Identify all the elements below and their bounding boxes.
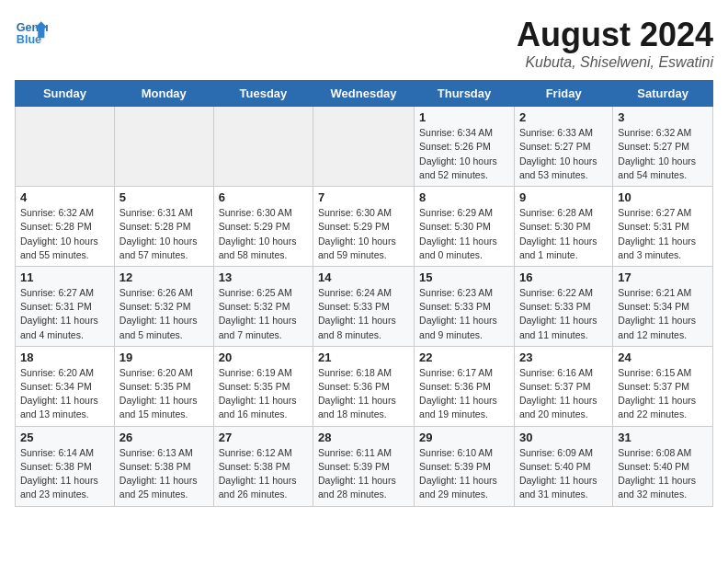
- weekday-header-sunday: Sunday: [16, 81, 115, 107]
- day-number: 31: [618, 431, 708, 444]
- calendar-cell: 3Sunrise: 6:32 AM Sunset: 5:27 PM Daylig…: [613, 107, 713, 187]
- calendar-cell: 29Sunrise: 6:10 AM Sunset: 5:39 PM Dayli…: [415, 426, 515, 506]
- calendar-cell: 17Sunrise: 6:21 AM Sunset: 5:34 PM Dayli…: [613, 266, 713, 346]
- day-info: Sunrise: 6:27 AM Sunset: 5:31 PM Dayligh…: [20, 286, 109, 342]
- day-info: Sunrise: 6:31 AM Sunset: 5:28 PM Dayligh…: [119, 206, 209, 262]
- day-number: 28: [318, 431, 409, 444]
- subtitle: Kubuta, Shiselweni, Eswatini: [517, 54, 713, 71]
- calendar-cell: 15Sunrise: 6:23 AM Sunset: 5:33 PM Dayli…: [415, 266, 515, 346]
- calendar-cell: [114, 107, 213, 187]
- day-number: 23: [519, 350, 608, 364]
- day-number: 22: [419, 350, 509, 364]
- day-number: 30: [519, 431, 608, 444]
- day-number: 15: [419, 270, 509, 284]
- day-number: 5: [119, 190, 209, 204]
- calendar-cell: 13Sunrise: 6:25 AM Sunset: 5:32 PM Dayli…: [213, 266, 313, 346]
- day-info: Sunrise: 6:13 AM Sunset: 5:38 PM Dayligh…: [119, 446, 209, 502]
- weekday-header-saturday: Saturday: [613, 81, 713, 107]
- day-info: Sunrise: 6:09 AM Sunset: 5:40 PM Dayligh…: [519, 446, 608, 502]
- calendar-cell: 4Sunrise: 6:32 AM Sunset: 5:28 PM Daylig…: [16, 187, 115, 267]
- day-number: 21: [318, 350, 409, 364]
- day-info: Sunrise: 6:24 AM Sunset: 5:33 PM Dayligh…: [318, 286, 409, 342]
- calendar-cell: 6Sunrise: 6:30 AM Sunset: 5:29 PM Daylig…: [213, 187, 313, 267]
- day-info: Sunrise: 6:20 AM Sunset: 5:35 PM Dayligh…: [119, 366, 209, 422]
- weekday-header-friday: Friday: [514, 81, 612, 107]
- calendar-cell: 1Sunrise: 6:34 AM Sunset: 5:26 PM Daylig…: [415, 107, 515, 187]
- day-number: 20: [219, 350, 308, 364]
- calendar-cell: 16Sunrise: 6:22 AM Sunset: 5:33 PM Dayli…: [514, 266, 612, 346]
- day-number: 16: [519, 270, 608, 284]
- day-number: 10: [618, 190, 708, 204]
- day-info: Sunrise: 6:32 AM Sunset: 5:27 PM Dayligh…: [618, 126, 708, 182]
- calendar-cell: 8Sunrise: 6:29 AM Sunset: 5:30 PM Daylig…: [415, 187, 515, 267]
- calendar-cell: 9Sunrise: 6:28 AM Sunset: 5:30 PM Daylig…: [514, 187, 612, 267]
- calendar-cell: 10Sunrise: 6:27 AM Sunset: 5:31 PM Dayli…: [613, 187, 713, 267]
- weekday-header-thursday: Thursday: [415, 81, 515, 107]
- day-number: 12: [119, 270, 209, 284]
- calendar-cell: [16, 107, 115, 187]
- calendar-cell: 18Sunrise: 6:20 AM Sunset: 5:34 PM Dayli…: [16, 346, 115, 426]
- weekday-header-monday: Monday: [114, 81, 213, 107]
- day-number: 8: [419, 190, 509, 204]
- calendar-cell: 30Sunrise: 6:09 AM Sunset: 5:40 PM Dayli…: [514, 426, 612, 506]
- day-number: 26: [119, 431, 209, 444]
- day-number: 11: [20, 270, 109, 284]
- day-number: 17: [618, 270, 708, 284]
- day-info: Sunrise: 6:14 AM Sunset: 5:38 PM Dayligh…: [20, 446, 109, 502]
- main-title: August 2024: [517, 15, 713, 54]
- calendar-cell: 12Sunrise: 6:26 AM Sunset: 5:32 PM Dayli…: [114, 266, 213, 346]
- week-row-5: 25Sunrise: 6:14 AM Sunset: 5:38 PM Dayli…: [16, 426, 713, 506]
- day-number: 9: [519, 190, 608, 204]
- day-info: Sunrise: 6:20 AM Sunset: 5:34 PM Dayligh…: [20, 366, 109, 422]
- day-info: Sunrise: 6:21 AM Sunset: 5:34 PM Dayligh…: [618, 286, 708, 342]
- day-info: Sunrise: 6:11 AM Sunset: 5:39 PM Dayligh…: [318, 446, 409, 502]
- day-info: Sunrise: 6:22 AM Sunset: 5:33 PM Dayligh…: [519, 286, 608, 342]
- header: General Blue August 2024 Kubuta, Shiselw…: [15, 15, 713, 71]
- day-info: Sunrise: 6:16 AM Sunset: 5:37 PM Dayligh…: [519, 366, 608, 422]
- calendar-cell: 26Sunrise: 6:13 AM Sunset: 5:38 PM Dayli…: [114, 426, 213, 506]
- day-number: 7: [318, 190, 409, 204]
- day-info: Sunrise: 6:26 AM Sunset: 5:32 PM Dayligh…: [119, 286, 209, 342]
- weekday-header-row: SundayMondayTuesdayWednesdayThursdayFrid…: [16, 81, 713, 107]
- calendar-cell: [313, 107, 415, 187]
- calendar-cell: 11Sunrise: 6:27 AM Sunset: 5:31 PM Dayli…: [16, 266, 115, 346]
- day-info: Sunrise: 6:12 AM Sunset: 5:38 PM Dayligh…: [219, 446, 308, 502]
- calendar-cell: [213, 107, 313, 187]
- logo-icon: General Blue: [15, 15, 48, 48]
- day-info: Sunrise: 6:34 AM Sunset: 5:26 PM Dayligh…: [419, 126, 509, 182]
- day-info: Sunrise: 6:08 AM Sunset: 5:40 PM Dayligh…: [618, 446, 708, 502]
- day-number: 3: [618, 110, 708, 124]
- day-info: Sunrise: 6:18 AM Sunset: 5:36 PM Dayligh…: [318, 366, 409, 422]
- day-info: Sunrise: 6:25 AM Sunset: 5:32 PM Dayligh…: [219, 286, 308, 342]
- title-area: August 2024 Kubuta, Shiselweni, Eswatini: [517, 15, 713, 71]
- day-info: Sunrise: 6:23 AM Sunset: 5:33 PM Dayligh…: [419, 286, 509, 342]
- calendar-cell: 14Sunrise: 6:24 AM Sunset: 5:33 PM Dayli…: [313, 266, 415, 346]
- day-number: 18: [20, 350, 109, 364]
- day-info: Sunrise: 6:33 AM Sunset: 5:27 PM Dayligh…: [519, 126, 608, 182]
- day-number: 1: [419, 110, 509, 124]
- day-info: Sunrise: 6:19 AM Sunset: 5:35 PM Dayligh…: [219, 366, 308, 422]
- calendar-cell: 25Sunrise: 6:14 AM Sunset: 5:38 PM Dayli…: [16, 426, 115, 506]
- calendar-table: SundayMondayTuesdayWednesdayThursdayFrid…: [15, 80, 713, 506]
- week-row-3: 11Sunrise: 6:27 AM Sunset: 5:31 PM Dayli…: [16, 266, 713, 346]
- day-number: 14: [318, 270, 409, 284]
- weekday-header-wednesday: Wednesday: [313, 81, 415, 107]
- calendar-cell: 7Sunrise: 6:30 AM Sunset: 5:29 PM Daylig…: [313, 187, 415, 267]
- week-row-2: 4Sunrise: 6:32 AM Sunset: 5:28 PM Daylig…: [16, 187, 713, 267]
- week-row-1: 1Sunrise: 6:34 AM Sunset: 5:26 PM Daylig…: [16, 107, 713, 187]
- calendar-cell: 20Sunrise: 6:19 AM Sunset: 5:35 PM Dayli…: [213, 346, 313, 426]
- weekday-header-tuesday: Tuesday: [213, 81, 313, 107]
- day-info: Sunrise: 6:10 AM Sunset: 5:39 PM Dayligh…: [419, 446, 509, 502]
- day-number: 6: [219, 190, 308, 204]
- day-info: Sunrise: 6:29 AM Sunset: 5:30 PM Dayligh…: [419, 206, 509, 262]
- day-number: 27: [219, 431, 308, 444]
- day-info: Sunrise: 6:30 AM Sunset: 5:29 PM Dayligh…: [219, 206, 308, 262]
- week-row-4: 18Sunrise: 6:20 AM Sunset: 5:34 PM Dayli…: [16, 346, 713, 426]
- day-info: Sunrise: 6:28 AM Sunset: 5:30 PM Dayligh…: [519, 206, 608, 262]
- day-info: Sunrise: 6:27 AM Sunset: 5:31 PM Dayligh…: [618, 206, 708, 262]
- day-number: 4: [20, 190, 109, 204]
- calendar-cell: 28Sunrise: 6:11 AM Sunset: 5:39 PM Dayli…: [313, 426, 415, 506]
- svg-text:Blue: Blue: [17, 33, 41, 46]
- calendar-cell: 27Sunrise: 6:12 AM Sunset: 5:38 PM Dayli…: [213, 426, 313, 506]
- calendar-cell: 31Sunrise: 6:08 AM Sunset: 5:40 PM Dayli…: [613, 426, 713, 506]
